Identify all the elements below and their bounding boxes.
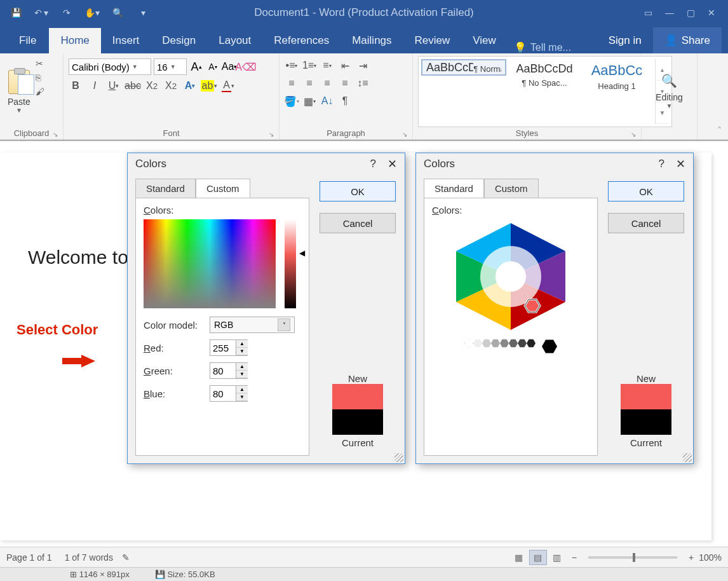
- tab-review[interactable]: Review: [403, 28, 462, 53]
- decrease-indent-icon[interactable]: ⇤: [338, 58, 352, 72]
- copy-icon[interactable]: ⎘: [36, 72, 44, 83]
- align-right-icon[interactable]: ≡: [320, 76, 334, 90]
- share-button[interactable]: 👤Share: [653, 27, 722, 53]
- tell-me-search[interactable]: 💡Tell me...: [514, 41, 571, 53]
- borders-icon[interactable]: ▦▾: [302, 94, 316, 108]
- font-name-combo[interactable]: Calibri (Body)▼: [69, 58, 151, 75]
- dialog-titlebar[interactable]: Colors ? ✕: [416, 153, 693, 175]
- dialog-close-icon[interactable]: ✕: [676, 157, 685, 171]
- tab-design[interactable]: Design: [151, 28, 207, 53]
- justify-icon[interactable]: ≡: [338, 76, 352, 90]
- word-count[interactable]: 1 of 7 words: [65, 552, 113, 563]
- tab-insert[interactable]: Insert: [101, 28, 151, 53]
- color-field[interactable]: [144, 219, 276, 308]
- align-center-icon[interactable]: ≡: [302, 76, 316, 90]
- clipboard-launcher-icon[interactable]: ↘: [53, 131, 58, 138]
- find-icon[interactable]: 🔍: [661, 73, 677, 88]
- tab-home[interactable]: Home: [49, 28, 100, 53]
- spin-down-icon[interactable]: ▼: [236, 371, 248, 378]
- subscript-button[interactable]: X2: [145, 79, 159, 93]
- styles-launcher-icon[interactable]: ↘: [631, 131, 636, 138]
- tab-file[interactable]: File: [6, 28, 49, 53]
- page-status[interactable]: Page 1 of 1: [6, 552, 52, 563]
- color-model-select[interactable]: RGB˅: [210, 317, 295, 333]
- dialog-close-icon[interactable]: ✕: [388, 157, 397, 171]
- strikethrough-button[interactable]: abc: [126, 79, 140, 93]
- italic-button[interactable]: I: [88, 79, 102, 93]
- cancel-button[interactable]: Cancel: [320, 213, 396, 233]
- ok-button[interactable]: OK: [608, 181, 684, 202]
- blue-input[interactable]: [210, 386, 236, 401]
- tab-custom[interactable]: Custom: [196, 179, 250, 198]
- read-mode-icon[interactable]: ▦: [510, 550, 528, 565]
- bullets-icon[interactable]: •≡▾: [285, 58, 299, 72]
- dialog-help-icon[interactable]: ?: [659, 158, 664, 170]
- red-spinner[interactable]: ▲▼: [210, 339, 248, 356]
- bold-button[interactable]: B: [69, 79, 83, 93]
- standard-color-hexagon[interactable]: [447, 219, 574, 334]
- line-spacing-icon[interactable]: ↕≡: [356, 76, 370, 90]
- shrink-font-icon[interactable]: A▾: [206, 60, 220, 74]
- resize-grip-icon[interactable]: [683, 453, 692, 462]
- superscript-button[interactable]: X2: [164, 79, 178, 93]
- save-icon[interactable]: 💾: [6, 3, 25, 22]
- resize-grip-icon[interactable]: [394, 453, 403, 462]
- font-color-icon[interactable]: A▾: [221, 79, 235, 93]
- show-marks-icon[interactable]: ¶: [338, 94, 352, 108]
- multilevel-list-icon[interactable]: ≡▾: [320, 58, 334, 72]
- styles-gallery[interactable]: AaBbCcDd ¶ Normal AaBbCcDd ¶ No Spac... …: [418, 56, 672, 127]
- dialog-titlebar[interactable]: Colors ? ✕: [128, 153, 405, 175]
- sort-icon[interactable]: A↓: [320, 94, 334, 108]
- black-hex[interactable]: [542, 339, 557, 354]
- document-page[interactable]: Welcome to Select Color Colors ? ✕ Stand…: [0, 153, 711, 540]
- tab-standard[interactable]: Standard: [135, 179, 196, 198]
- zoom-out-button[interactable]: −: [572, 552, 577, 563]
- underline-button[interactable]: U▾: [107, 79, 121, 93]
- redo-icon[interactable]: ↷: [57, 3, 76, 22]
- close-icon[interactable]: ✕: [708, 8, 715, 18]
- green-spinner[interactable]: ▲▼: [210, 362, 248, 379]
- numbering-icon[interactable]: 1≡▾: [302, 58, 316, 72]
- align-left-icon[interactable]: ≡: [285, 76, 299, 90]
- change-case-icon[interactable]: Aa▾: [222, 60, 236, 74]
- highlight-color-icon[interactable]: ab▾: [202, 79, 216, 93]
- minimize-icon[interactable]: —: [665, 8, 674, 18]
- spin-down-icon[interactable]: ▼: [236, 348, 248, 355]
- paragraph-launcher-icon[interactable]: ↘: [402, 131, 407, 138]
- tab-standard[interactable]: Standard: [424, 179, 484, 198]
- dialog-help-icon[interactable]: ?: [370, 158, 376, 170]
- undo-icon[interactable]: ↶ ▾: [32, 3, 51, 22]
- spin-up-icon[interactable]: ▲: [236, 363, 248, 371]
- increase-indent-icon[interactable]: ⇥: [356, 58, 370, 72]
- collapse-ribbon-icon[interactable]: ˄: [717, 125, 722, 135]
- paste-button[interactable]: Paste ▼: [5, 56, 33, 127]
- ribbon-options-icon[interactable]: ▭: [644, 8, 652, 18]
- font-size-combo[interactable]: 16▼: [154, 58, 187, 75]
- blue-spinner[interactable]: ▲▼: [210, 385, 248, 402]
- ok-button[interactable]: OK: [320, 181, 396, 202]
- cut-icon[interactable]: ✂: [36, 58, 44, 69]
- sign-in-button[interactable]: Sign in: [597, 28, 653, 53]
- clear-formatting-icon[interactable]: A⌫: [239, 60, 253, 74]
- spin-up-icon[interactable]: ▲: [236, 386, 248, 393]
- tab-view[interactable]: View: [461, 28, 508, 53]
- spin-down-icon[interactable]: ▼: [236, 393, 248, 401]
- tab-layout[interactable]: Layout: [207, 28, 262, 53]
- maximize-icon[interactable]: ▢: [687, 8, 695, 18]
- lightness-slider[interactable]: [285, 219, 296, 308]
- shading-icon[interactable]: 🪣▾: [285, 94, 299, 108]
- style-heading1[interactable]: AaBbCc Heading 1: [583, 59, 651, 124]
- spin-up-icon[interactable]: ▲: [236, 340, 248, 348]
- style-no-spacing[interactable]: AaBbCcDd ¶ No Spac...: [510, 59, 579, 124]
- print-layout-icon[interactable]: ▤: [529, 550, 547, 565]
- cancel-button[interactable]: Cancel: [608, 213, 684, 233]
- tab-mailings[interactable]: Mailings: [340, 28, 403, 53]
- green-input[interactable]: [210, 363, 236, 378]
- style-normal[interactable]: AaBbCcDd ¶ Normal: [421, 59, 506, 76]
- zoom-slider[interactable]: [588, 556, 677, 559]
- print-preview-icon[interactable]: 🔍: [108, 3, 127, 22]
- qat-customize-icon[interactable]: ▾: [133, 3, 152, 22]
- tab-references[interactable]: References: [262, 28, 340, 53]
- text-effects-icon[interactable]: A▾: [183, 79, 197, 93]
- zoom-level[interactable]: 100%: [699, 552, 722, 563]
